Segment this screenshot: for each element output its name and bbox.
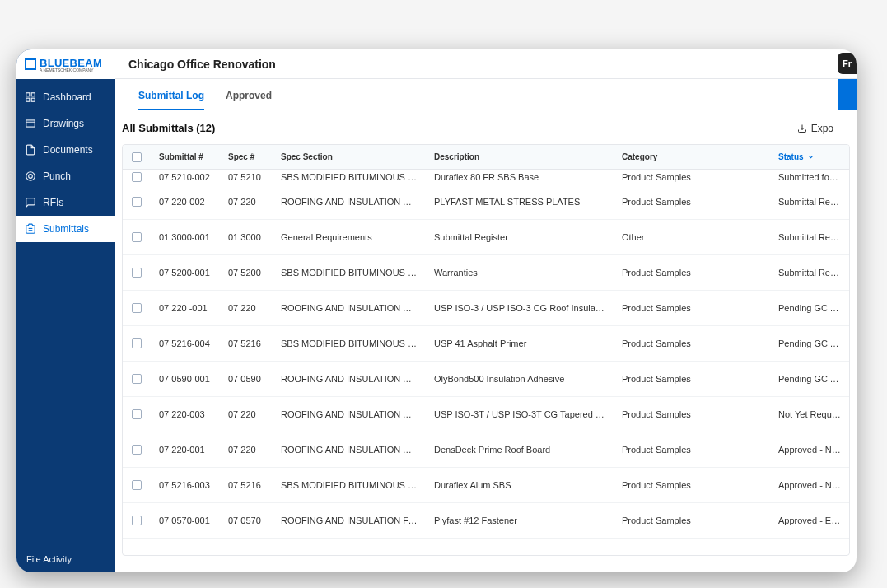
cell-section: SBS MODIFIED BITUMINOUS MEMBR... [273,172,426,182]
cell-spec: 07 5200 [220,268,273,278]
project-title: Chicago Office Renovation [128,58,276,71]
col-description[interactable]: Description [426,152,614,161]
logo-icon [25,58,36,70]
cell-status: Approved - No Ex [770,480,849,490]
table-wrap: Submittal # Spec # Spec Section Descript… [115,144,857,572]
cell-section: ROOFING AND INSULATION ADHESIV... [273,197,426,207]
cell-category: Product Samples [614,374,770,384]
cell-status: Submitted for De... [770,172,849,182]
row-checkbox[interactable] [132,338,142,348]
cell-section: ROOFING AND INSULATION ADHESIV... [273,409,426,419]
toolbar: All Submittals (12) Expo [115,110,857,144]
row-checkbox[interactable] [132,197,142,207]
table-row[interactable]: 01 3000-00101 3000General RequirementsSu… [123,220,849,255]
cell-description: USP ISO-3 / USP ISO-3 CG Roof Insulation [426,303,614,313]
row-checkbox[interactable] [132,480,142,490]
tab-submittal-log[interactable]: Submittal Log [138,82,204,110]
col-status[interactable]: Status [770,152,849,161]
list-title: All Submittals (12) [122,122,215,134]
cell-section: ROOFING AND INSULATION ADHESIV... [273,303,426,313]
table-row[interactable]: 07 5216-00307 5216SBS MODIFIED BITUMINOU… [123,468,849,503]
col-spec[interactable]: Spec # [220,152,273,161]
select-all-checkbox[interactable] [132,152,142,162]
cell-description: USP ISO-3T / USP ISO-3T CG Tapered Roof … [426,409,614,419]
table-row[interactable]: 07 5210-00207 5210SBS MODIFIED BITUMINOU… [123,170,849,184]
table-row[interactable]: 07 220-00207 220ROOFING AND INSULATION A… [123,184,849,220]
row-checkbox[interactable] [132,172,142,182]
cell-category: Product Samples [614,480,770,490]
cell-spec: 07 5216 [220,480,273,490]
submittals-table: Submittal # Spec # Spec Section Descript… [122,144,850,556]
cell-submittal: 01 3000-001 [151,232,220,242]
cell-category: Other [614,232,770,242]
cell-submittal: 07 5210-002 [151,172,220,182]
cell-description: USP 41 Asphalt Primer [426,338,614,348]
sidebar-item-rfis[interactable]: RFIs [16,189,115,216]
table-row[interactable]: 07 220-00107 220ROOFING AND INSULATION A… [123,432,849,468]
cell-description: Duraflex 80 FR SBS Base [426,172,614,182]
sidebar-item-documents[interactable]: Documents [16,137,115,163]
sidebar-item-label: Submittals [43,223,89,235]
tab-approved[interactable]: Approved [226,82,272,110]
cell-description: Duraflex Alum SBS [426,480,614,490]
cell-status: Pending GC Appro [770,303,849,313]
svg-rect-4 [26,120,35,127]
svg-point-7 [29,175,33,179]
cell-section: General Requirements [273,232,426,242]
table-row[interactable]: 07 220-00307 220ROOFING AND INSULATION A… [123,397,849,432]
row-checkbox[interactable] [132,232,142,242]
col-section[interactable]: Spec Section [273,152,426,161]
sidebar-item-label: Punch [43,170,71,182]
cell-spec: 07 220 [220,197,273,207]
header-right-button[interactable]: Fr [838,53,857,74]
cell-status: Pending GC Appr [770,374,849,384]
sidebar-item-dashboard[interactable]: Dashboard [16,84,115,110]
sidebar-footer[interactable]: File Activity [16,546,115,572]
row-checkbox[interactable] [132,409,142,419]
table-row[interactable]: 07 220 -00107 220ROOFING AND INSULATION … [123,291,849,326]
dashboard-icon [25,91,36,103]
page-header: Chicago Office Renovation Fr [115,49,857,79]
row-checkbox[interactable] [132,516,142,525]
cell-description: DensDeck Prime Roof Board [426,445,614,455]
row-checkbox[interactable] [132,268,142,278]
col-submittal[interactable]: Submittal # [151,152,220,161]
cell-spec: 07 5210 [220,172,273,182]
table-row[interactable]: 07 5216-00407 5216SBS MODIFIED BITUMINOU… [123,326,849,362]
cell-status: Submittal Reques [770,232,849,242]
cell-submittal: 07 0570-001 [151,516,220,525]
cell-spec: 07 0590 [220,374,273,384]
cell-submittal: 07 220-003 [151,409,220,419]
cell-description: OlyBond500 Insulation Adhesive [426,374,614,384]
cell-submittal: 07 5216-003 [151,480,220,490]
cell-status: Approved - No Ex [770,445,849,455]
cell-spec: 07 5216 [220,338,273,348]
cell-section: SBS MODIFIED BITUMINOUS MEMBR... [273,338,426,348]
table-header: Submittal # Spec # Spec Section Descript… [123,145,849,170]
table-row[interactable]: 07 0590-00107 0590ROOFING AND INSULATION… [123,362,849,397]
cell-status: Submittal Reques [770,197,849,207]
tabs: Submittal Log Approved [115,79,857,110]
row-checkbox[interactable] [132,374,142,384]
cell-category: Product Samples [614,303,770,313]
row-checkbox[interactable] [132,303,142,313]
export-button[interactable]: Expo [797,123,833,134]
table-row[interactable]: 07 5200-00107 5200SBS MODIFIED BITUMINOU… [123,255,849,291]
sidebar-item-punch[interactable]: Punch [16,163,115,189]
table-row[interactable]: 07 0570-00107 0570ROOFING AND INSULATION… [123,503,849,539]
cell-submittal: 07 5216-004 [151,338,220,348]
cell-category: Product Samples [614,445,770,455]
brand-subtitle: A NEMETSCHEK COMPANY [40,68,102,72]
accent-strip [838,79,857,110]
cell-submittal: 07 220-001 [151,445,220,455]
sidebar-item-submittals[interactable]: Submittals [16,216,115,242]
col-category[interactable]: Category [614,152,770,161]
cell-section: ROOFING AND INSULATION FASTENE... [273,516,426,525]
cell-spec: 07 220 [220,409,273,419]
cell-category: Product Samples [614,268,770,278]
cell-description: Warranties [426,268,614,278]
cell-section: SBS MODIFIED BITUMINOUS MEMBR... [273,480,426,490]
cell-section: ROOFING AND INSULATION ADHESIV... [273,374,426,384]
row-checkbox[interactable] [132,445,142,455]
sidebar-item-drawings[interactable]: Drawings [16,110,115,137]
